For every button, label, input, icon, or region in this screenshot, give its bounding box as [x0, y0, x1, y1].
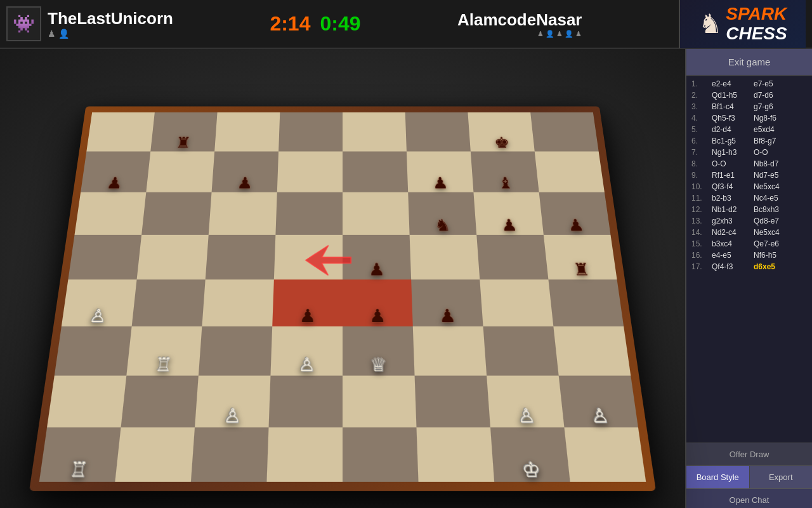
piece-wP-h2[interactable]: ♙ — [590, 406, 610, 425]
square-h1[interactable] — [564, 427, 646, 482]
piece-wQ-e3[interactable]: ♕ — [370, 356, 387, 374]
move-row[interactable]: 4.Qh5-f3Ng8-f6 — [686, 112, 812, 124]
square-f8[interactable] — [405, 112, 471, 151]
move-row[interactable]: 16.e4-e5Nf6-h5 — [686, 250, 812, 261]
square-a8[interactable] — [86, 112, 155, 151]
move-row[interactable]: 5.d2-d4e5xd4 — [686, 124, 812, 135]
square-e5[interactable]: ♟ — [343, 234, 411, 279]
square-b4[interactable] — [132, 279, 206, 326]
square-f4[interactable]: ♟ — [411, 279, 483, 326]
square-a6[interactable] — [75, 192, 147, 234]
square-h7[interactable] — [535, 151, 605, 192]
move-row[interactable]: 6.Bc1-g5Bf8-g7 — [686, 135, 812, 147]
move-white[interactable]: e4-e5 — [712, 251, 751, 260]
board-style-button[interactable]: Board Style — [686, 466, 750, 488]
piece-bP-e5[interactable]: ♟ — [369, 261, 385, 278]
move-black[interactable]: Qe7-e6 — [754, 239, 793, 248]
square-f7[interactable]: ♟ — [407, 151, 474, 192]
move-black[interactable]: e5xd4 — [754, 125, 793, 134]
square-d8[interactable] — [278, 112, 343, 151]
square-b2[interactable] — [121, 375, 199, 427]
move-white[interactable]: O-O — [712, 159, 751, 168]
moves-list[interactable]: 1.e2-e4e7-e52.Qd1-h5d7-d63.Bf1-c4g7-g64.… — [686, 76, 812, 443]
square-c1[interactable] — [191, 427, 269, 482]
square-e3[interactable]: ♕ — [343, 326, 415, 376]
move-black[interactable]: Bc8xh3 — [754, 205, 793, 214]
square-d2[interactable] — [269, 375, 343, 427]
open-chat-button[interactable]: Open Chat — [686, 488, 812, 508]
piece-bP-a7[interactable]: ♟ — [106, 175, 124, 190]
move-white[interactable]: Rf1-e1 — [712, 171, 751, 180]
piece-bN-f6[interactable]: ♞ — [435, 217, 451, 233]
move-white[interactable]: Bf1-c4 — [712, 102, 751, 111]
piece-bP-f7[interactable]: ♟ — [432, 175, 449, 190]
piece-bR-h5[interactable]: ♜ — [572, 261, 591, 278]
move-row[interactable]: 13.g2xh3Qd8-e7 — [686, 215, 812, 227]
move-row[interactable]: 9.Rf1-e1Nd7-e5 — [686, 170, 812, 181]
move-row[interactable]: 12.Nb1-d2Bc8xh3 — [686, 204, 812, 215]
square-g8[interactable]: ♚ — [468, 112, 534, 151]
move-black[interactable]: d6xe5 — [754, 262, 793, 271]
square-a2[interactable] — [47, 375, 126, 427]
square-f5[interactable] — [410, 234, 480, 279]
offer-draw-button[interactable]: Offer Draw — [686, 443, 812, 465]
move-row[interactable]: 8.O-ONb8-d7 — [686, 158, 812, 170]
square-h5[interactable]: ♜ — [544, 234, 617, 279]
move-row[interactable]: 2.Qd1-h5d7-d6 — [686, 90, 812, 101]
square-e6[interactable] — [343, 192, 410, 234]
move-white[interactable]: g2xh3 — [712, 217, 751, 225]
piece-bP-e4[interactable]: ♟ — [369, 307, 386, 325]
square-f6[interactable]: ♞ — [408, 192, 476, 234]
square-b6[interactable] — [141, 192, 211, 234]
square-h6[interactable]: ♟ — [539, 192, 611, 234]
move-black[interactable]: Ne5xc4 — [754, 182, 793, 191]
square-g3[interactable] — [483, 326, 559, 376]
move-black[interactable]: g7-g6 — [754, 102, 793, 111]
move-white[interactable]: Ng1-h3 — [712, 148, 751, 157]
square-d3[interactable]: ♙ — [270, 326, 343, 376]
square-g6[interactable]: ♟ — [473, 192, 543, 234]
move-black[interactable]: Qd8-e7 — [754, 217, 793, 225]
square-f1[interactable] — [416, 427, 494, 482]
square-c7[interactable]: ♟ — [212, 151, 279, 192]
piece-bP-h6[interactable]: ♟ — [567, 217, 585, 233]
move-white[interactable]: e2-e4 — [712, 79, 751, 88]
move-black[interactable]: Ne5xc4 — [754, 228, 793, 237]
square-b8[interactable]: ♜ — [150, 112, 217, 151]
move-white[interactable]: d2-d4 — [712, 125, 751, 134]
piece-bP-g6[interactable]: ♟ — [501, 217, 518, 233]
move-black[interactable]: Ng8-f6 — [754, 114, 793, 123]
move-row[interactable]: 14.Nd2-c4Ne5xc4 — [686, 227, 812, 238]
square-f3[interactable] — [413, 326, 487, 376]
square-e2[interactable] — [343, 375, 416, 427]
square-f2[interactable] — [415, 375, 490, 427]
move-black[interactable]: d7-d6 — [754, 91, 793, 100]
square-g4[interactable] — [480, 279, 553, 326]
piece-wP-d3[interactable]: ♙ — [298, 356, 315, 374]
square-e1[interactable] — [343, 427, 419, 482]
piece-wR-b3[interactable]: ♖ — [154, 356, 173, 374]
square-e7[interactable] — [343, 151, 408, 192]
piece-bP-d4[interactable]: ♟ — [299, 307, 316, 325]
square-g2[interactable]: ♙ — [487, 375, 564, 427]
move-black[interactable]: Bf8-g7 — [754, 137, 793, 145]
move-white[interactable]: Qh5-f3 — [712, 114, 751, 123]
move-row[interactable]: 10.Qf3-f4Ne5xc4 — [686, 181, 812, 192]
export-button[interactable]: Export — [750, 466, 813, 488]
move-white[interactable]: Bc1-g5 — [712, 137, 751, 145]
square-c8[interactable] — [214, 112, 280, 151]
exit-game-button[interactable]: Exit game — [686, 49, 812, 76]
move-white[interactable]: b3xc4 — [712, 239, 751, 248]
square-a1[interactable]: ♖ — [39, 427, 121, 482]
square-c6[interactable] — [209, 192, 277, 234]
move-black[interactable]: Nf6-h5 — [754, 251, 793, 260]
square-c5[interactable] — [206, 234, 276, 279]
square-e4[interactable]: ♟ — [343, 279, 413, 326]
square-b1[interactable] — [115, 427, 195, 482]
piece-wR-a1[interactable]: ♖ — [69, 460, 89, 481]
square-b7[interactable] — [146, 151, 214, 192]
piece-wP-g2[interactable]: ♙ — [517, 406, 536, 425]
move-row[interactable]: 17.Qf4-f3d6xe5 — [686, 261, 812, 272]
move-white[interactable]: Nb1-d2 — [712, 205, 751, 214]
move-black[interactable]: e7-e5 — [754, 79, 793, 88]
